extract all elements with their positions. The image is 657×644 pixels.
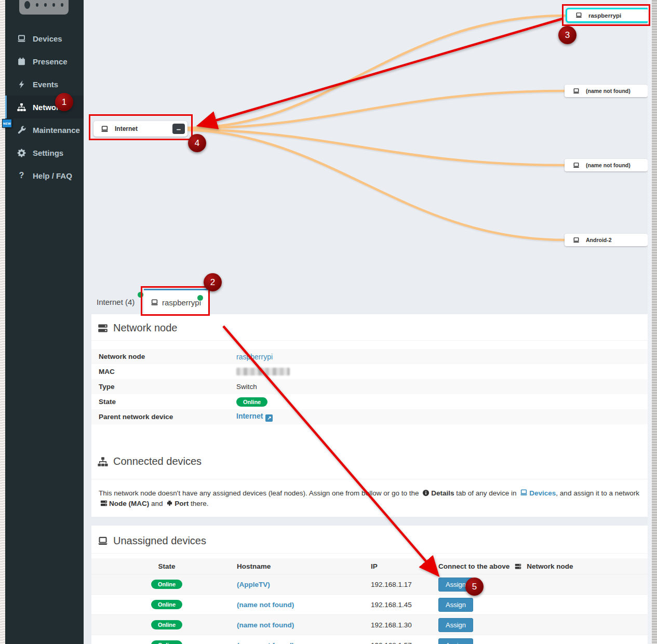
node-label: (name not found) xyxy=(586,88,631,94)
logo-dot xyxy=(24,1,30,9)
new-feature-badge: NEW xyxy=(2,119,12,128)
node-label: Android-2 xyxy=(586,237,612,243)
column-hostname: Hostname xyxy=(237,562,371,570)
devices-link[interactable]: Devices xyxy=(529,489,556,497)
online-dot xyxy=(138,292,143,298)
assign-button[interactable]: Assign xyxy=(438,578,473,592)
bolt-icon xyxy=(17,80,26,89)
laptop-icon xyxy=(573,88,580,95)
laptop-icon xyxy=(98,536,108,546)
online-dot xyxy=(197,295,203,301)
graph-node-unnamed-2[interactable]: (name not found) xyxy=(565,159,648,171)
redacted-mac-value xyxy=(236,368,290,375)
node-label: (name not found) xyxy=(586,162,631,168)
sidebar-item-label: Maintenance xyxy=(33,126,80,135)
table-row: Online (AppleTV) 192.168.1.17 Assign xyxy=(91,574,648,595)
hostname-link[interactable]: (name not found) xyxy=(237,641,294,644)
sidebar-item-settings[interactable]: Settings xyxy=(5,141,84,164)
collapse-node-button[interactable]: – xyxy=(172,124,185,134)
graph-node-android-2[interactable]: Android-2 xyxy=(565,234,648,246)
sidebar-item-events[interactable]: Events xyxy=(5,73,84,96)
panel-title: Unassigned devices xyxy=(113,535,206,547)
sidebar-item-help-faq[interactable]: ? Help / FAQ xyxy=(5,164,84,187)
laptop-icon xyxy=(101,125,109,133)
detail-row: MAC xyxy=(91,364,648,379)
sidebar-item-label: Devices xyxy=(33,34,62,43)
tab-label: raspberrypi xyxy=(162,298,201,307)
graph-node-internet[interactable]: Internet – xyxy=(93,121,187,137)
sidebar-item-network[interactable]: Network xyxy=(5,96,84,118)
annotation-circle-3: 3 xyxy=(558,26,576,44)
server-icon xyxy=(98,323,108,333)
section-title: Connected devices xyxy=(113,455,202,467)
logo-dot xyxy=(44,3,47,7)
tab-raspberrypi[interactable]: raspberrypi xyxy=(144,289,208,314)
detail-row: State Online xyxy=(91,394,648,409)
panel-title: Network node xyxy=(113,322,177,334)
sitemap-icon xyxy=(17,103,26,112)
logo-dot xyxy=(52,3,55,7)
sidebar-item-label: Settings xyxy=(33,149,63,157)
column-ip: IP xyxy=(371,562,438,570)
network-node-name-link[interactable]: raspberrypi xyxy=(236,353,273,361)
logo-dot xyxy=(61,3,63,7)
gear-icon xyxy=(17,149,26,157)
status-badge: Online xyxy=(151,620,182,629)
sidebar: Devices Presence Events Network Maintena… xyxy=(5,0,84,644)
node-label: Internet xyxy=(115,125,138,132)
annotation-arrow-to-internet xyxy=(199,19,562,125)
graph-node-raspberrypi[interactable]: raspberrypi xyxy=(566,8,650,23)
table-row: Online (name not found) 192.168.1.57 Ass… xyxy=(91,635,648,644)
detail-row: Network node raspberrypi xyxy=(91,349,648,364)
sidebar-item-label: Presence xyxy=(33,57,68,66)
ip-value: 192.168.1.57 xyxy=(371,641,438,644)
graph-node-unnamed-1[interactable]: (name not found) xyxy=(565,85,648,97)
status-badge: Online xyxy=(236,397,267,407)
tab-internet[interactable]: Internet (4) xyxy=(96,290,143,314)
wrench-icon xyxy=(17,126,26,135)
tab-label: Internet (4) xyxy=(97,298,135,306)
info-icon xyxy=(422,489,430,497)
ip-value: 192.168.1.45 xyxy=(371,601,438,609)
hostname-link[interactable]: (name not found) xyxy=(237,601,294,609)
column-connect: Connect to the above Network node xyxy=(438,562,648,570)
hostname-link[interactable]: (name not found) xyxy=(237,621,294,629)
hostname-link[interactable]: (AppleTV) xyxy=(237,581,270,588)
question-icon: ? xyxy=(17,171,26,180)
external-link-icon[interactable] xyxy=(265,414,273,422)
sidebar-item-label: Events xyxy=(33,80,58,89)
assign-button[interactable]: Assign xyxy=(438,618,473,632)
sidebar-item-presence[interactable]: Presence xyxy=(5,50,84,73)
status-badge: Online xyxy=(151,600,182,609)
unassigned-devices-panel: Unassigned devices State Hostname IP Con… xyxy=(91,526,648,644)
sidebar-item-maintenance[interactable]: Maintenance xyxy=(5,118,84,141)
connected-devices-header: Connected devices xyxy=(91,455,648,467)
network-node-panel: Network node Network node raspberrypi MA… xyxy=(91,314,648,517)
laptop-icon xyxy=(573,162,580,169)
annotation-circle-4: 4 xyxy=(188,134,206,152)
table-row: Online (name not found) 192.168.1.45 Ass… xyxy=(91,595,648,615)
sidebar-item-label: Network xyxy=(33,103,63,112)
status-badge: Online xyxy=(151,640,182,644)
sidebar-item-devices[interactable]: Devices xyxy=(5,27,84,50)
assign-button[interactable]: Assign xyxy=(438,598,473,612)
assign-button[interactable]: Assign xyxy=(438,638,473,644)
node-type-value: Switch xyxy=(236,383,257,391)
laptop-icon xyxy=(151,299,158,306)
laptop-icon xyxy=(573,237,580,244)
logo-dot xyxy=(36,3,38,7)
scrollbar-strip[interactable] xyxy=(652,0,657,644)
table-row: Online (name not found) 192.168.1.30 Ass… xyxy=(91,615,648,635)
node-label: raspberrypi xyxy=(588,12,621,19)
laptop-icon xyxy=(17,34,26,43)
status-badge: Online xyxy=(151,580,182,589)
content-right-gutter xyxy=(648,0,652,644)
sitemap-icon xyxy=(98,457,108,467)
port-icon xyxy=(166,500,173,507)
parent-device-link[interactable]: Internet xyxy=(236,412,263,420)
ip-value: 192.168.1.17 xyxy=(371,581,438,588)
server-icon xyxy=(515,563,521,570)
network-node-details-table: Network node raspberrypi MAC Type Switch… xyxy=(91,349,648,424)
app-logo xyxy=(19,0,69,15)
calendar-icon xyxy=(17,57,26,66)
